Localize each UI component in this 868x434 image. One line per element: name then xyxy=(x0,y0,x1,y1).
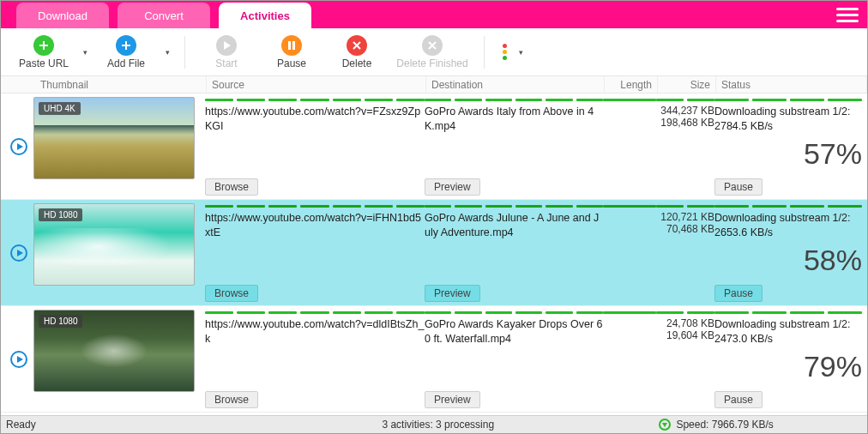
browse-button[interactable]: Browse xyxy=(205,285,258,302)
table-row[interactable]: HD 1080 https://www.youtube.com/watch?v=… xyxy=(1,306,867,413)
percent-text: 79% xyxy=(714,350,862,383)
row-pause-button[interactable]: Pause xyxy=(714,178,763,196)
progress-segments xyxy=(425,99,603,101)
tab-activities[interactable]: Activities xyxy=(219,3,311,28)
quality-badge: HD 1080 xyxy=(39,315,82,328)
tab-convert[interactable]: Convert xyxy=(118,3,210,28)
quality-badge: UHD 4K xyxy=(39,102,81,115)
size-done: 70,468 KB xyxy=(656,223,714,235)
row-pause-button[interactable]: Pause xyxy=(714,285,763,302)
thumbnail-image: HD 1080 xyxy=(33,310,195,392)
tab-bar: Download Convert Activities xyxy=(1,1,867,28)
source-text: https://www.youtube.com/watch?v=dldIBtsZ… xyxy=(205,317,425,347)
speed-text: 2473.0 KB/s xyxy=(714,332,862,347)
col-status[interactable]: Status xyxy=(716,76,867,93)
status-text: Downloading substream 1/2: xyxy=(714,105,862,119)
status-text: Downloading substream 1/2: xyxy=(714,211,862,226)
add-file-label: Add File xyxy=(107,57,145,69)
add-file-button[interactable]: Add File xyxy=(95,30,157,75)
paste-url-dropdown-icon[interactable]: ▾ xyxy=(78,48,92,57)
speed-text: 2784.5 KB/s xyxy=(714,119,862,134)
table-row[interactable]: HD 1080 https://www.youtube.com/watch?v=… xyxy=(1,200,867,306)
column-header: Thumbnail Source Destination Length Size… xyxy=(1,76,867,93)
svg-rect-1 xyxy=(292,41,295,50)
paste-url-button[interactable]: Paste URL xyxy=(13,30,75,75)
play-icon[interactable] xyxy=(10,138,27,155)
download-speed-icon xyxy=(659,419,671,431)
progress-segments xyxy=(603,99,656,101)
activity-rows: UHD 4K https://www.youtube.com/watch?v=F… xyxy=(1,93,867,415)
size-total: 344,237 KB xyxy=(656,105,714,117)
col-source[interactable]: Source xyxy=(207,76,426,93)
percent-text: 58% xyxy=(714,244,862,277)
svg-rect-0 xyxy=(288,41,291,50)
progress-segments xyxy=(205,99,425,101)
table-row[interactable]: UHD 4K https://www.youtube.com/watch?v=F… xyxy=(1,93,867,200)
col-destination[interactable]: Destination xyxy=(426,76,605,93)
size-done: 19,604 KB xyxy=(656,329,714,341)
progress-segments xyxy=(714,99,862,101)
destination-text: GoPro Awards Julune - A June and July Ad… xyxy=(425,211,603,240)
thumbnail-image: UHD 4K xyxy=(33,97,195,179)
progress-segments xyxy=(425,205,603,208)
progress-segments xyxy=(656,311,714,314)
preview-button[interactable]: Preview xyxy=(425,391,480,408)
start-label: Start xyxy=(215,57,237,69)
progress-segments xyxy=(603,205,656,208)
delete-button[interactable]: Delete xyxy=(326,30,388,75)
priority-icon[interactable] xyxy=(498,44,510,60)
progress-segments xyxy=(603,311,656,314)
priority-dropdown-icon[interactable]: ▾ xyxy=(514,48,527,57)
progress-segments xyxy=(656,99,714,101)
col-length[interactable]: Length xyxy=(605,76,658,93)
delete-finished-button: Delete Finished xyxy=(391,30,473,75)
toolbar: Paste URL ▾ Add File ▾ Start Pause Delet… xyxy=(1,28,867,76)
progress-segments xyxy=(205,205,425,208)
pause-label: Pause xyxy=(277,57,306,69)
status-speed: Speed: 7966.79 KB/s xyxy=(676,419,773,431)
source-text: https://www.youtube.com/watch?v=FZsxz9Zp… xyxy=(205,105,425,134)
add-file-dropdown-icon[interactable]: ▾ xyxy=(160,48,174,57)
status-activities: 3 activities: 3 processing xyxy=(382,419,642,431)
size-total: 120,721 KB xyxy=(656,211,714,223)
status-bar: Ready 3 activities: 3 processing Speed: … xyxy=(1,415,867,433)
delete-finished-label: Delete Finished xyxy=(396,57,467,69)
tab-download[interactable]: Download xyxy=(16,3,109,28)
progress-segments xyxy=(714,311,862,314)
paste-url-label: Paste URL xyxy=(19,57,69,69)
row-pause-button[interactable]: Pause xyxy=(714,391,763,408)
start-button: Start xyxy=(196,30,257,75)
destination-text: GoPro Awards Kayaker Drops Over 60 ft. W… xyxy=(425,317,603,347)
quality-badge: HD 1080 xyxy=(39,208,82,221)
progress-segments xyxy=(205,311,425,314)
toolbar-separator xyxy=(184,36,185,69)
progress-segments xyxy=(656,205,714,208)
pause-button[interactable]: Pause xyxy=(261,30,322,75)
delete-label: Delete xyxy=(342,57,372,69)
browse-button[interactable]: Browse xyxy=(205,178,258,196)
play-icon[interactable] xyxy=(10,244,27,262)
toolbar-separator-2 xyxy=(484,36,485,69)
status-text: Downloading substream 1/2: xyxy=(714,317,862,332)
preview-button[interactable]: Preview xyxy=(425,178,480,196)
col-thumbnail[interactable]: Thumbnail xyxy=(35,76,207,93)
speed-text: 2653.6 KB/s xyxy=(714,226,862,240)
percent-text: 57% xyxy=(714,137,862,171)
browse-button[interactable]: Browse xyxy=(205,391,258,408)
play-icon[interactable] xyxy=(10,351,27,368)
size-total: 24,708 KB xyxy=(656,317,714,329)
progress-segments xyxy=(425,311,603,314)
progress-segments xyxy=(714,205,862,208)
destination-text: GoPro Awards Italy from Above in 4K.mp4 xyxy=(425,105,603,134)
preview-button[interactable]: Preview xyxy=(425,285,480,302)
source-text: https://www.youtube.com/watch?v=iFHN1bd5… xyxy=(205,211,425,240)
status-ready: Ready xyxy=(1,419,382,431)
size-done: 198,468 KB xyxy=(656,117,714,129)
col-size[interactable]: Size xyxy=(658,76,716,93)
menu-icon[interactable] xyxy=(836,4,859,25)
thumbnail-image: HD 1080 xyxy=(33,203,195,286)
